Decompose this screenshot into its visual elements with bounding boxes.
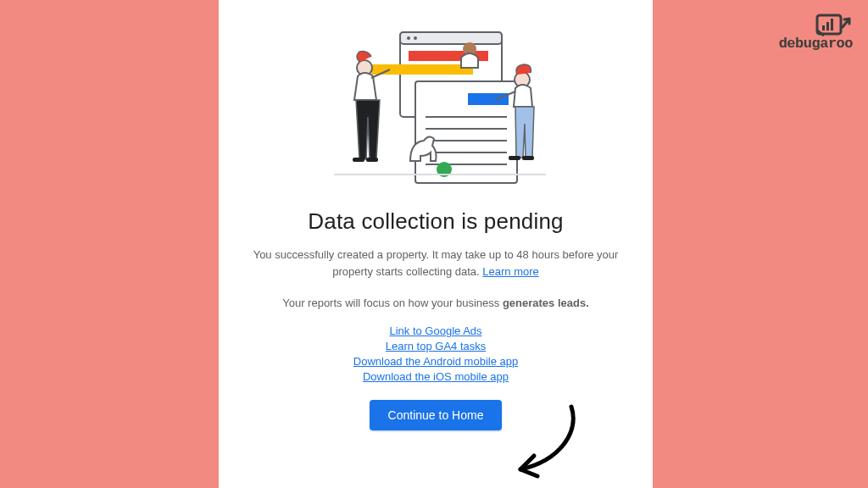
continue-to-home-button[interactable]: Continue to Home xyxy=(370,400,503,430)
svg-rect-16 xyxy=(353,158,364,162)
link-ga4-tasks[interactable]: Learn top GA4 tasks xyxy=(386,340,487,352)
svg-rect-5 xyxy=(371,64,473,75)
svg-rect-8 xyxy=(468,93,509,105)
description-text: You successfully created a property. It … xyxy=(241,247,631,280)
helpful-links: Link to Google Ads Learn top GA4 tasks D… xyxy=(353,324,518,383)
brand-logo-icon xyxy=(815,12,853,37)
svg-rect-25 xyxy=(822,25,825,30)
svg-point-3 xyxy=(414,36,417,40)
svg-rect-20 xyxy=(509,156,520,160)
description-body: You successfully created a property. It … xyxy=(253,248,619,278)
illustration-people-documents xyxy=(309,24,563,202)
content-panel: Data collection is pending You successfu… xyxy=(219,0,653,488)
learn-more-link[interactable]: Learn more xyxy=(482,265,538,278)
report-focus-before: Your reports will focus on how your busi… xyxy=(282,297,503,309)
brand-watermark: debugaroo xyxy=(751,12,853,56)
report-focus-text: Your reports will focus on how your busi… xyxy=(282,297,589,309)
report-focus-bold: generates leads. xyxy=(503,297,589,309)
page-title: Data collection is pending xyxy=(308,208,564,235)
link-android-app[interactable]: Download the Android mobile app xyxy=(353,355,518,368)
svg-point-2 xyxy=(407,36,410,40)
svg-rect-26 xyxy=(826,22,829,30)
link-ios-app[interactable]: Download the iOS mobile app xyxy=(363,370,509,383)
svg-rect-17 xyxy=(366,158,378,162)
link-google-ads[interactable]: Link to Google Ads xyxy=(389,324,481,337)
svg-rect-27 xyxy=(831,19,833,30)
svg-rect-21 xyxy=(522,156,534,160)
brand-name: debugaroo xyxy=(779,36,853,52)
